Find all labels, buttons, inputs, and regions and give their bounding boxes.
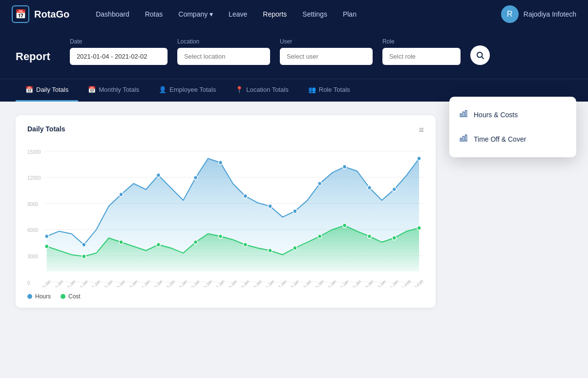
nav-link-dashboard[interactable]: Dashboard	[89, 6, 136, 22]
svg-rect-7	[465, 135, 467, 141]
nav-link-rotas[interactable]: Rotas	[138, 6, 170, 22]
svg-text:22-Jan: 22-Jan	[276, 279, 288, 287]
user-input[interactable]	[280, 48, 373, 65]
svg-point-46	[392, 236, 396, 240]
user-filter-group: User	[280, 38, 373, 65]
svg-text:02-Feb: 02-Feb	[412, 279, 424, 287]
svg-line-1	[482, 57, 483, 59]
svg-point-37	[156, 243, 160, 247]
nav-link-company[interactable]: Company ▾	[171, 6, 220, 22]
nav-user[interactable]: R Rajodiya Infotech	[501, 5, 576, 23]
tab-monthly-totals[interactable]: 📅Monthly Totals	[78, 79, 149, 102]
main-content: Hours & CostsTime Off & Cover ≡ Daily To…	[0, 102, 588, 373]
svg-text:25-Jan: 25-Jan	[313, 279, 325, 287]
nav-link-settings[interactable]: Settings	[295, 6, 334, 22]
search-button[interactable]	[470, 45, 490, 65]
brand[interactable]: 📅 RotaGo	[12, 5, 69, 23]
location-input[interactable]	[177, 48, 270, 65]
svg-point-20	[45, 234, 49, 239]
svg-point-44	[343, 223, 347, 228]
x-axis-labels: 03-Jan04-Jan05-Jan06-Jan07-Jan08-Jan09-J…	[40, 279, 424, 287]
svg-point-47	[417, 226, 421, 230]
legend-hours-label: Hours	[35, 293, 51, 300]
tab-label-2: Employee Totals	[169, 86, 216, 93]
svg-text:10-Jan: 10-Jan	[127, 279, 139, 287]
svg-text:20-Jan: 20-Jan	[251, 279, 263, 287]
svg-text:28-Jan: 28-Jan	[351, 279, 362, 287]
svg-point-21	[82, 243, 86, 247]
dropdown-item-time-off-&-cover[interactable]: Time Off & Cover	[449, 127, 576, 151]
svg-point-33	[417, 156, 421, 161]
date-input[interactable]	[70, 48, 168, 65]
svg-point-27	[268, 204, 272, 209]
dropdown-item-hours-&-costs[interactable]: Hours & Costs	[449, 103, 576, 127]
svg-text:0: 0	[27, 280, 30, 285]
svg-text:29-Jan: 29-Jan	[363, 279, 375, 287]
nav-links: DashboardRotasCompany ▾LeaveReportsSetti…	[89, 6, 501, 22]
svg-text:30-Jan: 30-Jan	[376, 279, 387, 287]
svg-text:16-Jan: 16-Jan	[202, 279, 213, 287]
svg-text:06-Jan: 06-Jan	[78, 279, 89, 287]
navbar: 📅 RotaGo DashboardRotasCompany ▾LeaveRep…	[0, 0, 588, 28]
chart-card: ≡ Daily Totals 0 3000 6000 9000 12000 15…	[16, 115, 436, 308]
tab-role-totals[interactable]: 👥Role Totals	[298, 79, 360, 102]
tab-icon-1: 📅	[88, 86, 96, 93]
svg-rect-3	[463, 112, 464, 117]
svg-point-43	[318, 234, 322, 239]
svg-text:9000: 9000	[27, 202, 38, 207]
tab-location-totals[interactable]: 📍Location Totals	[226, 79, 298, 102]
tab-employee-totals[interactable]: 👤Employee Totals	[149, 79, 226, 102]
svg-text:13-Jan: 13-Jan	[164, 279, 176, 287]
svg-point-26	[243, 194, 247, 198]
svg-point-30	[343, 165, 347, 169]
svg-text:12000: 12000	[27, 175, 41, 181]
report-title: Report	[16, 50, 50, 65]
svg-text:26-Jan: 26-Jan	[326, 279, 337, 287]
svg-point-34	[45, 244, 49, 249]
dropdown-item-icon	[459, 134, 468, 145]
svg-point-41	[268, 249, 272, 253]
tab-icon-0: 📅	[25, 86, 33, 93]
svg-text:17-Jan: 17-Jan	[214, 279, 226, 287]
svg-text:04-Jan: 04-Jan	[53, 279, 64, 287]
nav-link-plan[interactable]: Plan	[336, 6, 363, 22]
svg-text:01-Feb: 01-Feb	[400, 279, 412, 287]
legend-cost-label: Cost	[68, 293, 81, 300]
svg-text:14-Jan: 14-Jan	[177, 279, 189, 287]
svg-text:21-Jan: 21-Jan	[264, 279, 275, 287]
svg-text:09-Jan: 09-Jan	[115, 279, 126, 287]
svg-point-35	[82, 254, 86, 259]
svg-text:05-Jan: 05-Jan	[65, 279, 77, 287]
svg-point-32	[392, 188, 396, 192]
svg-point-28	[293, 209, 297, 213]
svg-point-22	[119, 192, 123, 197]
svg-text:08-Jan: 08-Jan	[102, 279, 114, 287]
svg-text:15000: 15000	[27, 149, 41, 154]
role-input[interactable]	[382, 48, 461, 65]
nav-link-reports[interactable]: Reports	[256, 6, 294, 22]
dropdown-item-label: Hours & Costs	[474, 111, 518, 119]
svg-point-42	[293, 246, 297, 251]
svg-point-0	[477, 52, 483, 58]
tab-label-4: Role Totals	[319, 86, 350, 93]
tab-daily-totals[interactable]: 📅Daily Totals	[16, 79, 78, 102]
user-name: Rajodiya Infotech	[524, 10, 576, 18]
svg-point-39	[218, 234, 222, 239]
svg-text:3000: 3000	[27, 254, 38, 259]
location-label: Location	[177, 38, 270, 45]
tab-icon-4: 👥	[308, 86, 316, 93]
svg-rect-6	[463, 136, 464, 141]
nav-link-leave[interactable]: Leave	[222, 6, 254, 22]
svg-point-38	[194, 240, 198, 245]
svg-point-36	[119, 240, 123, 245]
svg-point-24	[194, 176, 198, 180]
svg-text:12-Jan: 12-Jan	[152, 279, 164, 287]
svg-text:27-Jan: 27-Jan	[338, 279, 350, 287]
svg-point-29	[318, 182, 322, 186]
chart-menu-icon[interactable]: ≡	[419, 125, 424, 135]
chart-svg: 0 3000 6000 9000 12000 15000	[27, 141, 424, 287]
svg-text:15-Jan: 15-Jan	[189, 279, 201, 287]
brand-name: RotaGo	[34, 9, 69, 20]
svg-text:18-Jan: 18-Jan	[227, 279, 238, 287]
svg-text:11-Jan: 11-Jan	[140, 279, 151, 287]
